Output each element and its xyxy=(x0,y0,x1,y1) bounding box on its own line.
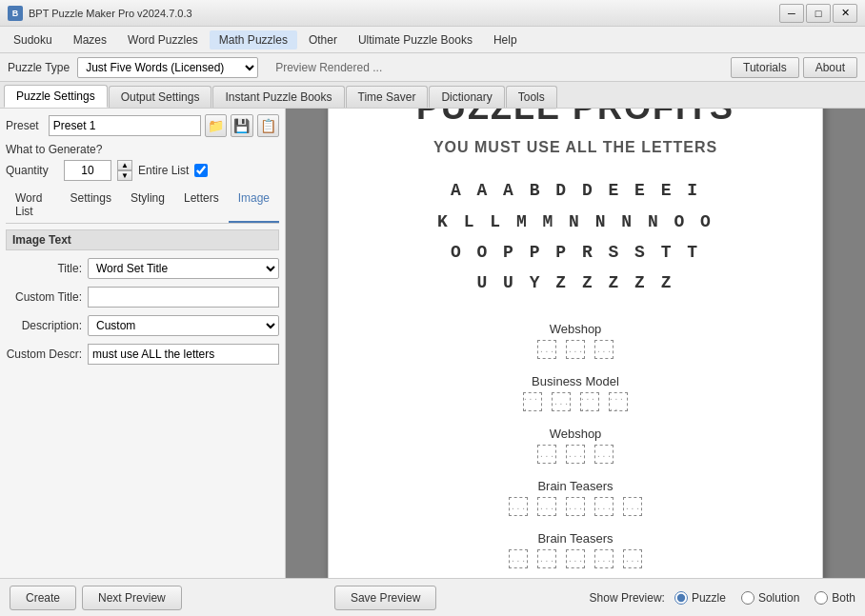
letters-grid: A A A B D D E E E I K L L M M N N N N O … xyxy=(437,175,714,299)
about-button[interactable]: About xyxy=(803,57,857,78)
answer-box: . . . xyxy=(623,497,642,516)
app-title: BPT Puzzle Maker Pro v2024.7.0.3 xyxy=(29,8,192,19)
puzzle-type-select[interactable]: Just Five Words (Licensed) xyxy=(77,57,258,78)
menu-ultimate-puzzle-books[interactable]: Ultimate Puzzle Books xyxy=(349,30,482,50)
answer-boxes-5: . . . . . . . . . . . . . . . xyxy=(359,549,792,568)
maximize-button[interactable]: □ xyxy=(806,4,831,23)
title-row: Title: Word Set TitleCustomNone xyxy=(6,258,279,279)
answer-box: . . . xyxy=(566,340,585,359)
answer-sep xyxy=(587,445,593,464)
tab-dictionary[interactable]: Dictionary xyxy=(429,86,504,108)
sub-tab-styling[interactable]: Styling xyxy=(121,189,174,223)
answer-section-3: Webshop . . . . . . . . . xyxy=(359,427,792,464)
what-to-generate-label: What to Generate? xyxy=(6,143,279,156)
puzzle-title: PUZZLE PROFITS xyxy=(416,109,734,128)
create-button[interactable]: Create xyxy=(10,586,76,610)
show-preview-label: Show Preview: xyxy=(590,591,665,605)
preset-input[interactable] xyxy=(49,115,201,136)
menu-other[interactable]: Other xyxy=(299,30,347,50)
radio-solution[interactable]: Solution xyxy=(741,591,799,605)
menu-mazes[interactable]: Mazes xyxy=(64,30,116,50)
toolbar-left: Puzzle Type Just Five Words (Licensed) P… xyxy=(8,57,382,78)
radio-both-input[interactable] xyxy=(815,591,828,605)
letters-row-4: U U Y Z Z Z Z Z xyxy=(437,268,714,298)
answer-box: . . . . xyxy=(523,392,542,411)
answer-box: . . . xyxy=(566,445,585,464)
quantity-input[interactable] xyxy=(64,160,111,181)
radio-solution-label: Solution xyxy=(758,591,799,605)
save-as-button[interactable]: 📋 xyxy=(257,114,279,137)
answer-box: . . . xyxy=(594,340,614,359)
answer-label-2: Business Model xyxy=(359,374,792,388)
tab-time-saver[interactable]: Time Saver xyxy=(346,86,429,108)
answer-sep xyxy=(558,497,564,516)
radio-solution-input[interactable] xyxy=(741,591,754,605)
save-preview-button[interactable]: Save Preview xyxy=(334,586,436,610)
menu-sudoku[interactable]: Sudoku xyxy=(4,30,62,50)
menu-word-puzzles[interactable]: Word Puzzles xyxy=(118,30,208,50)
title-bar: B BPT Puzzle Maker Pro v2024.7.0.3 ─ □ ✕ xyxy=(0,0,865,27)
answer-sep xyxy=(587,340,593,359)
save-button[interactable]: 💾 xyxy=(231,114,252,137)
answer-box: . . . . . xyxy=(609,392,628,411)
title-select[interactable]: Word Set TitleCustomNone xyxy=(88,258,279,279)
tab-output-settings[interactable]: Output Settings xyxy=(109,86,212,108)
tab-tools[interactable]: Tools xyxy=(506,86,557,108)
preset-row: Preset 📁 💾 📋 xyxy=(6,114,279,137)
tutorials-button[interactable]: Tutorials xyxy=(731,57,799,78)
answer-box: . . . xyxy=(537,340,556,359)
radio-puzzle-input[interactable] xyxy=(674,591,688,605)
answer-box: . . . xyxy=(566,497,585,516)
title-form-label: Title: xyxy=(6,262,82,275)
answer-box: . . . xyxy=(537,549,556,568)
answer-box: . . . xyxy=(594,445,614,464)
letters-row-1: A A A B D D E E E I xyxy=(437,175,714,206)
answer-box: . . . xyxy=(623,549,642,568)
custom-descr-input[interactable] xyxy=(88,344,279,365)
preview-status: Preview Rendered ... xyxy=(275,61,382,74)
answer-label-5: Brain Teasers xyxy=(359,531,792,546)
answer-box: . . . xyxy=(594,497,614,516)
puzzle-subtitle: YOU MUST USE ALL THE LETTERS xyxy=(433,139,717,156)
menu-help[interactable]: Help xyxy=(484,30,527,50)
custom-title-input[interactable] xyxy=(88,287,279,308)
puzzle-type-label: Puzzle Type xyxy=(8,61,70,74)
custom-descr-label: Custom Descr: xyxy=(6,348,82,361)
radio-both-label: Both xyxy=(832,591,855,605)
toolbar: Puzzle Type Just Five Words (Licensed) P… xyxy=(0,53,865,82)
sub-tab-image[interactable]: Image xyxy=(229,189,279,223)
tab-puzzle-settings[interactable]: Puzzle Settings xyxy=(4,85,108,108)
letters-row-2: K L L M M N N N N O O xyxy=(437,207,714,237)
answer-box: . . . xyxy=(594,549,614,568)
menu-math-puzzles[interactable]: Math Puzzles xyxy=(210,30,297,50)
description-select[interactable]: CustomNoneWord Count xyxy=(88,315,279,336)
answer-boxes-4: . . . . . . . . . . . . . . . xyxy=(359,497,792,516)
entire-list-checkbox[interactable] xyxy=(194,164,208,177)
answer-label-1: Webshop xyxy=(359,322,792,336)
answer-box: . . . xyxy=(566,549,585,568)
sub-tabs: Word List Settings Styling Letters Image xyxy=(6,189,279,224)
answer-box: . . . xyxy=(537,445,556,464)
radio-puzzle[interactable]: Puzzle xyxy=(674,591,726,605)
tab-instant-puzzle-books[interactable]: Instant Puzzle Books xyxy=(212,86,344,108)
answer-box: . . . xyxy=(509,549,528,568)
main-content: Preset 📁 💾 📋 What to Generate? Quantity … xyxy=(0,109,865,578)
sub-tab-settings[interactable]: Settings xyxy=(61,189,121,223)
bottom-right: Show Preview: Puzzle Solution Both xyxy=(590,591,855,605)
next-preview-button[interactable]: Next Preview xyxy=(82,586,182,610)
answer-sep xyxy=(615,497,621,516)
answer-boxes-2: . . . . . . . . . . . . . . . . . xyxy=(359,392,792,411)
close-button[interactable]: ✕ xyxy=(833,4,857,23)
custom-title-row: Custom Title: xyxy=(6,287,279,308)
title-bar-left: B BPT Puzzle Maker Pro v2024.7.0.3 xyxy=(8,6,192,21)
minimize-button[interactable]: ─ xyxy=(779,4,804,23)
quantity-down-button[interactable]: ▼ xyxy=(117,170,132,181)
sub-tab-letters[interactable]: Letters xyxy=(174,189,229,223)
radio-both[interactable]: Both xyxy=(815,591,855,605)
answer-sep xyxy=(558,549,564,568)
folder-button[interactable]: 📁 xyxy=(205,114,227,137)
quantity-up-button[interactable]: ▲ xyxy=(117,160,132,170)
answer-box: . . . xyxy=(552,392,571,411)
sub-tab-word-list[interactable]: Word List xyxy=(6,189,61,223)
answer-sep xyxy=(587,549,593,568)
